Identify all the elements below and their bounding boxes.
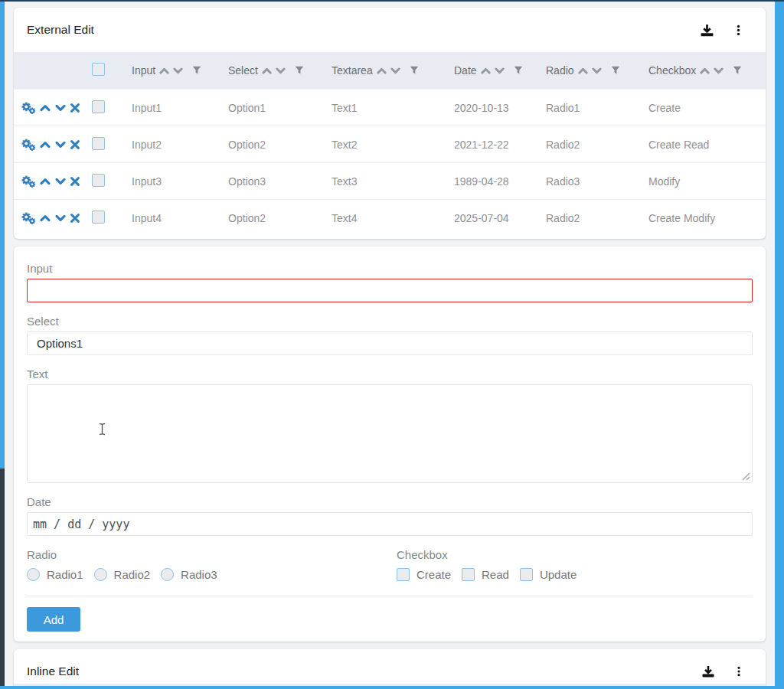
move-down-icon[interactable]	[55, 214, 66, 222]
radio-button-icon[interactable]	[94, 568, 107, 581]
filter-icon[interactable]	[192, 66, 201, 75]
filter-icon[interactable]	[733, 66, 742, 75]
settings-cogs-icon[interactable]	[21, 175, 35, 188]
vertical-scrollbar[interactable]	[775, 0, 784, 689]
radio-option-radio2[interactable]: Radio2	[94, 568, 151, 581]
kebab-menu-icon[interactable]	[733, 24, 744, 37]
move-up-icon[interactable]	[40, 178, 51, 185]
checkbox-group-label: Checkbox	[397, 548, 587, 561]
delete-x-icon[interactable]	[70, 103, 80, 113]
checkbox-icon[interactable]	[520, 568, 533, 581]
table-row: Input1 Option1 Text1 2020-10-13 Radio1 C…	[14, 89, 766, 126]
download-icon[interactable]	[701, 665, 715, 678]
sort-down-icon[interactable]	[173, 67, 183, 74]
date-field[interactable]	[27, 512, 753, 536]
settings-cogs-icon[interactable]	[21, 139, 35, 151]
cell-select: Option2	[220, 212, 324, 224]
sort-up-icon[interactable]	[377, 67, 387, 74]
sort-up-icon[interactable]	[578, 67, 588, 74]
column-header-radio[interactable]: Radio	[538, 64, 641, 77]
column-header-date[interactable]: Date	[446, 64, 538, 77]
left-scrollbar-track[interactable]	[0, 0, 5, 689]
checkbox-option-label: Create	[416, 568, 451, 581]
move-up-icon[interactable]	[40, 104, 51, 112]
radio-button-icon[interactable]	[161, 568, 174, 581]
text-area-field[interactable]	[27, 384, 753, 483]
select-input[interactable]: Options1	[27, 331, 753, 355]
filter-icon[interactable]	[295, 66, 304, 75]
radio-button-icon[interactable]	[27, 568, 40, 581]
checkbox-option-read[interactable]: Read	[462, 568, 509, 581]
download-icon[interactable]	[700, 23, 714, 38]
sort-down-icon[interactable]	[592, 67, 602, 74]
move-up-icon[interactable]	[40, 141, 51, 149]
sort-up-icon[interactable]	[159, 67, 169, 74]
sort-up-icon[interactable]	[481, 67, 491, 74]
checkbox-option-create[interactable]: Create	[397, 568, 451, 581]
cell-checkbox: Create Read	[641, 139, 766, 151]
add-button[interactable]: Add	[27, 607, 80, 632]
cell-textarea: Text2	[324, 139, 446, 151]
settings-cogs-icon[interactable]	[21, 212, 35, 224]
input-field[interactable]	[27, 279, 753, 302]
settings-cogs-icon[interactable]	[21, 102, 35, 114]
cell-input: Input3	[124, 175, 220, 188]
card-title: Inline Edit	[27, 665, 79, 678]
column-header-input[interactable]: Input	[124, 64, 220, 77]
table-row: Input3 Option3 Text3 1989-04-28 Radio3 M…	[14, 162, 766, 199]
delete-x-icon[interactable]	[70, 140, 80, 149]
header-select-all-cell	[86, 63, 124, 78]
sort-down-icon[interactable]	[276, 67, 286, 74]
add-record-form-card: Input Select Options1 Text Date Radio	[14, 247, 766, 642]
cell-radio: Radio2	[538, 139, 641, 151]
radio-group-label: Radio	[27, 548, 397, 561]
checkbox-icon[interactable]	[397, 568, 410, 581]
column-header-textarea[interactable]: Textarea	[324, 64, 446, 77]
table-header-row: Input Select Textarea Date	[14, 52, 766, 89]
filter-icon[interactable]	[611, 66, 620, 75]
form-footer: Add	[14, 596, 766, 642]
row-checkbox[interactable]	[92, 211, 105, 224]
radio-checkbox-row: Radio Radio1 Radio2 Radio3	[27, 548, 753, 581]
select-all-checkbox[interactable]	[92, 63, 105, 76]
radio-option-radio3[interactable]: Radio3	[161, 568, 217, 581]
delete-x-icon[interactable]	[70, 214, 80, 223]
move-up-icon[interactable]	[40, 214, 51, 222]
row-checkbox[interactable]	[92, 174, 105, 187]
filter-icon[interactable]	[514, 66, 523, 75]
row-checkbox[interactable]	[92, 137, 105, 150]
sort-down-icon[interactable]	[714, 67, 724, 74]
sort-up-icon[interactable]	[700, 67, 710, 74]
cell-textarea: Text1	[324, 102, 446, 114]
cell-textarea: Text4	[324, 212, 446, 224]
card-header: Inline Edit	[14, 649, 766, 684]
textarea-wrap	[27, 384, 753, 483]
window-top-border	[0, 0, 784, 2]
checkbox-option-label: Update	[540, 568, 577, 581]
checkbox-icon[interactable]	[462, 568, 475, 581]
sort-up-icon[interactable]	[262, 67, 272, 74]
card-toolbar	[701, 665, 744, 678]
cell-input: Input4	[124, 212, 220, 224]
sort-down-icon[interactable]	[390, 67, 400, 74]
sort-down-icon[interactable]	[495, 67, 505, 74]
radio-group: Radio Radio1 Radio2 Radio3	[27, 548, 397, 581]
row-actions	[14, 212, 86, 224]
left-scrollbar-thumb[interactable]	[0, 0, 5, 469]
move-down-icon[interactable]	[55, 178, 66, 185]
external-edit-card: External Edit Input Select	[14, 8, 766, 239]
cell-select: Option1	[220, 102, 324, 114]
row-checkbox[interactable]	[92, 100, 105, 113]
radio-option-radio1[interactable]: Radio1	[27, 568, 83, 581]
delete-x-icon[interactable]	[70, 177, 80, 186]
kebab-menu-icon[interactable]	[733, 665, 744, 678]
column-header-checkbox[interactable]: Checkbox	[641, 64, 766, 77]
column-header-select[interactable]: Select	[220, 64, 324, 77]
filter-icon[interactable]	[410, 66, 419, 75]
resize-grip-icon[interactable]	[741, 472, 750, 481]
cell-date: 2025-07-04	[446, 212, 538, 224]
move-down-icon[interactable]	[55, 141, 66, 149]
column-label: Select	[228, 64, 258, 77]
move-down-icon[interactable]	[55, 104, 66, 112]
checkbox-option-update[interactable]: Update	[520, 568, 577, 581]
